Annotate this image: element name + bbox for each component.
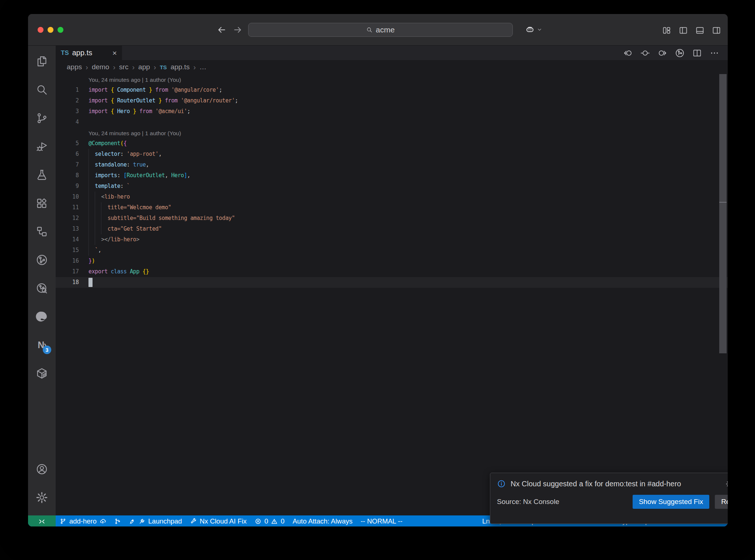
vscode-window: acme N›3 TS app.ts × xyxy=(28,14,728,527)
line-number: 16 xyxy=(56,256,79,266)
auto-attach-status-label: Auto Attach: Always xyxy=(293,517,352,525)
activity-bar-items: N›3 xyxy=(28,46,56,388)
layout-panel-button[interactable] xyxy=(694,25,705,36)
breadcrumb[interactable]: apps›demo›src›app›TSapp.ts›… xyxy=(56,60,728,74)
activity-item-nx[interactable]: N›3 xyxy=(28,331,56,359)
reject-button[interactable]: Reject xyxy=(715,495,728,509)
line-content: <lib-hero xyxy=(79,192,130,202)
token: class xyxy=(111,268,130,275)
search-icon xyxy=(35,83,48,96)
launchpad-status[interactable]: Launchpad xyxy=(125,515,186,527)
breadcrumb-symbol-tail[interactable]: … xyxy=(199,63,206,71)
activity-item-edge[interactable] xyxy=(28,302,56,331)
settings-gear-icon xyxy=(35,491,48,504)
token: from xyxy=(139,108,155,115)
line-number: 5 xyxy=(56,138,79,149)
line-number: 15 xyxy=(56,245,79,256)
command-center-search[interactable]: acme xyxy=(248,23,513,37)
line-content: `, xyxy=(79,245,101,256)
activity-item-testing[interactable] xyxy=(28,161,56,189)
nx-cloud-ai-fix-status[interactable]: Nx Cloud AI Fix xyxy=(186,515,251,527)
notification-settings-gear-icon[interactable] xyxy=(726,480,728,488)
layout-sidebar-left-button[interactable] xyxy=(678,25,689,36)
problems-status-label: 0 xyxy=(264,517,268,525)
circle-dash-button[interactable] xyxy=(640,48,650,58)
activity-badge: 3 xyxy=(43,346,51,354)
breadcrumb-item[interactable]: src xyxy=(119,63,128,71)
project-graph-icon xyxy=(35,253,48,266)
breadcrumb-file[interactable]: app.ts xyxy=(171,63,190,71)
nav-forward-circle-button[interactable] xyxy=(657,48,668,58)
activity-item-container[interactable] xyxy=(28,359,56,388)
back-arrow-icon[interactable] xyxy=(217,25,226,35)
token: cta="Get Started" xyxy=(108,225,162,232)
token: @Component xyxy=(88,140,120,147)
auto-attach-status[interactable]: Auto Attach: Always xyxy=(289,515,356,527)
code-lines: You, 24 minutes ago | 1 author (You)1imp… xyxy=(56,74,728,288)
layout-sidebar-right-button[interactable] xyxy=(711,25,722,36)
token: RouterOutlet xyxy=(127,172,165,179)
code-line-5: 5@Component({ xyxy=(56,138,728,149)
token: from xyxy=(165,97,181,104)
line-content: @Component({ xyxy=(79,138,127,149)
activity-item-extensions[interactable] xyxy=(28,189,56,217)
typescript-file-icon: TS xyxy=(160,64,167,70)
activity-item-search[interactable] xyxy=(28,76,56,104)
launchpad-status-label: Launchpad xyxy=(148,517,182,525)
minimize-button[interactable] xyxy=(48,27,53,33)
run-circle-button[interactable] xyxy=(675,48,685,58)
scrollbar-notch xyxy=(719,202,727,203)
nx-cloud-ai-fix-status-label: Nx Cloud AI Fix xyxy=(200,517,247,525)
close-button[interactable] xyxy=(38,27,44,33)
breadcrumb-separator: › xyxy=(193,63,196,71)
notification-toast: Nx Cloud suggested a fix for demo:test i… xyxy=(490,473,728,524)
activity-item-explorer[interactable] xyxy=(28,47,56,76)
activity-item-run-debug[interactable] xyxy=(28,132,56,161)
forward-arrow-icon[interactable] xyxy=(233,25,243,35)
code-editor[interactable]: You, 24 minutes ago | 1 author (You)1imp… xyxy=(56,74,728,515)
breadcrumb-item[interactable]: apps xyxy=(67,63,82,71)
tab-strip: TS app.ts × xyxy=(56,46,728,60)
line-content: import { Component } from '@angular/core… xyxy=(79,85,222,95)
title-bar: acme xyxy=(28,14,728,46)
accounts-icon xyxy=(35,463,48,476)
token: : xyxy=(117,172,123,179)
activity-item-project-graph[interactable] xyxy=(28,246,56,274)
branch-status[interactable]: add-hero xyxy=(56,515,110,527)
git-blame-annotation: You, 24 minutes ago | 1 author (You) xyxy=(56,127,728,138)
customize-layout-button[interactable] xyxy=(661,25,672,36)
problems-status[interactable]: 00 xyxy=(251,515,289,527)
error-circle-icon xyxy=(255,518,261,525)
line-content: import { Hero } from '@acme/ui'; xyxy=(79,106,190,117)
problems-status-label: 0 xyxy=(281,517,284,525)
token: , xyxy=(159,151,162,157)
vertical-scrollbar[interactable] xyxy=(719,74,727,353)
activity-item-graph-search[interactable] xyxy=(28,274,56,302)
breadcrumb-separator: › xyxy=(113,63,115,71)
split-editor-button[interactable] xyxy=(692,48,702,58)
close-tab-icon[interactable]: × xyxy=(112,49,117,57)
breadcrumb-item[interactable]: demo xyxy=(92,63,109,71)
activity-item-accounts[interactable] xyxy=(28,455,56,483)
show-suggested-fix-button[interactable]: Show Suggested Fix xyxy=(633,495,709,509)
commit-graph-icon xyxy=(114,518,121,525)
vim-mode-status[interactable]: -- NORMAL -- xyxy=(356,515,406,527)
activity-item-settings-gear[interactable] xyxy=(28,483,56,512)
remote-indicator[interactable] xyxy=(28,515,56,527)
source-control-icon xyxy=(35,112,48,125)
token: selector xyxy=(95,151,120,157)
nav-back-circle-button[interactable] xyxy=(623,48,633,58)
tab-app-ts[interactable]: TS app.ts × xyxy=(56,46,122,60)
breadcrumb-item[interactable]: app xyxy=(138,63,150,71)
zoom-button[interactable] xyxy=(58,27,63,33)
chevron-down-icon xyxy=(537,27,542,32)
copilot-menu[interactable] xyxy=(525,25,542,35)
activity-item-hierarchy[interactable] xyxy=(28,217,56,246)
token: ; xyxy=(219,87,222,93)
activity-item-source-control[interactable] xyxy=(28,104,56,132)
token: , xyxy=(98,247,101,253)
copilot-icon xyxy=(525,25,535,35)
line-number: 10 xyxy=(56,192,79,202)
more-button[interactable] xyxy=(709,48,720,58)
commit-graph-status[interactable] xyxy=(110,515,125,527)
